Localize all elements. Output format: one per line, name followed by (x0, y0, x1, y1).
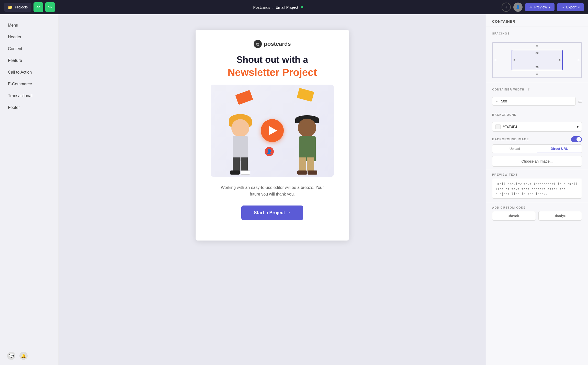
topbar: 📁 Projects ↩ ↪ Postcards › Email Project… (0, 0, 588, 14)
add-icon: + (505, 4, 508, 10)
app-layout: Menu Header Content Feature Call to Acti… (0, 14, 588, 365)
girl-shoe-left (230, 170, 240, 175)
right-panel: CONTAINER SPACINGS 0 0 0 0 20 20 0 0 CON… (486, 14, 588, 365)
preview-label: Preview (534, 5, 547, 9)
boy-pants-left (299, 157, 306, 172)
export-dropdown-icon: ▾ (578, 5, 580, 9)
preview-text-label: PREVIEW TEXT (492, 173, 582, 178)
resize-icon: ↔ (495, 99, 499, 103)
notification-icon[interactable]: 🔔 (19, 352, 28, 360)
spacings-label: SPACINGS (486, 27, 588, 38)
play-button[interactable] (261, 119, 284, 142)
panel-title: CONTAINER (486, 14, 588, 27)
container-width-row: ↔ 500 px (486, 94, 588, 108)
export-button[interactable]: → Export ▾ (557, 3, 584, 11)
choose-image-button[interactable]: Choose an Image... (492, 156, 582, 167)
preview-icon: 👁 (529, 5, 533, 9)
head-code-button[interactable]: <head> (492, 211, 536, 221)
add-button[interactable]: + (502, 3, 511, 12)
cta-label: Start a Project → (254, 210, 291, 215)
sidebar-item-content[interactable]: Content (0, 43, 59, 55)
background-dropdown-icon[interactable]: ▾ (577, 125, 579, 129)
sidebar-item-footer[interactable]: Footer (0, 102, 59, 113)
logo-text: postcards (264, 41, 291, 47)
color-swatch (495, 124, 501, 129)
email-cta-button[interactable]: Start a Project → (241, 206, 303, 220)
megaphone-right-icon (297, 88, 314, 102)
email-preview: @ postcards Shout out with a Newsletter … (196, 30, 349, 241)
bg-image-tabs: Upload Direct URL (492, 144, 582, 153)
projects-label: Projects (15, 5, 28, 9)
spacing-diagram: 0 0 0 0 20 20 0 0 (492, 42, 582, 78)
sidebar-item-transactional[interactable]: Transactional (0, 90, 59, 102)
direct-url-tab[interactable]: Direct URL (537, 145, 582, 153)
preview-dropdown-icon: ▾ (549, 5, 550, 9)
spacing-outer-right: 0 (578, 59, 579, 62)
email-headline-line2: Newsletter Project (228, 66, 317, 78)
body-code-button[interactable]: <body> (538, 211, 582, 221)
spacing-inner-bottom: 20 (535, 66, 538, 69)
topbar-right: + 👤 👁 Preview ▾ → Export ▾ (502, 3, 584, 12)
email-body-text: Working with an easy-to-use editor will … (219, 184, 326, 197)
export-label: Export (566, 5, 576, 9)
email-inner: @ postcards Shout out with a Newsletter … (196, 30, 349, 241)
sidebar-item-menu[interactable]: Menu (0, 19, 59, 31)
projects-button[interactable]: 📁 Projects (4, 3, 31, 12)
video-thumbnail[interactable]: 👤 (211, 85, 334, 177)
custom-code-label: ADD CUSTOM CODE (492, 206, 582, 211)
spacing-inner-box[interactable]: 20 20 0 0 (512, 50, 563, 70)
export-arrow-icon: → (561, 5, 565, 9)
background-image-section: BACKGROUND IMAGE Upload Direct URL Choos… (486, 134, 588, 170)
bg-image-toggle[interactable] (571, 136, 582, 142)
sidebar-item-header[interactable]: Header (0, 31, 59, 43)
boy-pants-right (307, 157, 314, 172)
undo-button[interactable]: ↩ (33, 2, 43, 12)
spacing-outer-top: 0 (536, 44, 538, 47)
canvas-area[interactable]: @ postcards Shout out with a Newsletter … (59, 14, 486, 365)
preview-button[interactable]: 👁 Preview ▾ (525, 3, 555, 11)
preview-text-input[interactable] (492, 178, 582, 199)
sidebar-bottom: 💬 🔔 (0, 352, 59, 360)
container-width-help-icon[interactable]: ? (528, 87, 530, 91)
sidebar: Menu Header Content Feature Call to Acti… (0, 14, 59, 365)
topbar-left: 📁 Projects ↩ ↪ (4, 2, 55, 12)
redo-icon: ↪ (48, 4, 52, 10)
code-btn-row: <head> <body> (492, 211, 582, 221)
container-width-label: CONTAINER WIDTH ? (486, 82, 588, 94)
character-girl (219, 100, 262, 177)
folder-icon: 📁 (8, 5, 13, 10)
user-avatar[interactable]: 👤 (513, 3, 523, 12)
girl-pants-left (233, 157, 240, 172)
sidebar-item-ecommerce[interactable]: E-Commerce (0, 78, 59, 90)
spacings-section: 0 0 0 0 20 20 0 0 (486, 38, 588, 82)
boy-head (298, 119, 316, 137)
background-row: #F4F4F4 ▾ (486, 119, 588, 134)
character-boy (285, 100, 329, 177)
custom-code-section: ADD CUSTOM CODE <head> <body> (486, 203, 588, 224)
container-width-input[interactable]: ↔ 500 (492, 97, 576, 106)
boy-shoe-right (308, 170, 317, 175)
upload-tab[interactable]: Upload (492, 145, 537, 153)
sidebar-item-feature[interactable]: Feature (0, 55, 59, 66)
girl-head (231, 119, 249, 137)
online-indicator (301, 6, 303, 8)
background-color-input[interactable]: #F4F4F4 ▾ (492, 122, 582, 132)
background-label: BACKGROUND (486, 108, 588, 119)
chat-icon[interactable]: 💬 (7, 352, 15, 360)
girl-pants-right (241, 157, 248, 172)
breadcrumb-parent[interactable]: Postcards (253, 5, 270, 9)
email-headline-line1: Shout out with a (236, 54, 308, 65)
spacing-inner-right: 0 (559, 59, 560, 62)
bg-image-label: BACKGROUND IMAGE (492, 138, 529, 141)
background-color-value: #F4F4F4 (503, 125, 517, 129)
spacing-outer-left: 0 (495, 59, 496, 62)
girl-shoe-right (241, 170, 250, 175)
container-width-value: 500 (501, 99, 507, 103)
user-avatar-icon: 👤 (265, 147, 274, 156)
redo-button[interactable]: ↪ (45, 2, 55, 12)
logo-icon: @ (254, 40, 262, 48)
sidebar-item-call-to-action[interactable]: Call to Action (0, 66, 59, 78)
spacing-outer-bottom: 0 (536, 73, 538, 76)
container-width-unit: px (578, 99, 582, 103)
email-logo: @ postcards (254, 40, 291, 48)
